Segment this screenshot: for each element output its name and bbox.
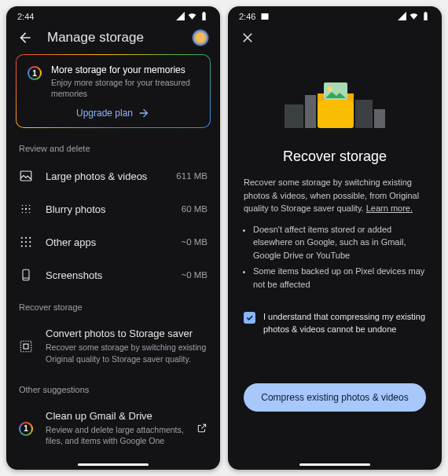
recover-illustration: [228, 71, 442, 134]
signal-icon: [175, 11, 185, 21]
recover-storage-screen: 2:46 Recover storage Recover some storag…: [228, 6, 442, 470]
bullet-item: Doesn't affect items stored or added els…: [253, 223, 426, 262]
item-value: 60 MB: [182, 204, 207, 214]
promo-title: More storage for your memories: [51, 64, 199, 75]
learn-more-link[interactable]: Learn more.: [366, 203, 413, 213]
item-label: Screenshots: [46, 269, 168, 281]
svg-point-6: [29, 208, 31, 210]
svg-point-12: [29, 237, 31, 239]
status-time: 2:44: [17, 12, 34, 21]
svg-point-13: [21, 241, 23, 243]
compress-icon: [19, 339, 33, 353]
compress-button-label: Compress existing photos & videos: [261, 392, 408, 403]
bullet-item: Some items backed up on Pixel devices ma…: [253, 265, 426, 291]
svg-point-4: [22, 208, 24, 210]
item-value: ~0 MB: [181, 237, 207, 247]
status-icons: [397, 11, 431, 21]
svg-rect-19: [23, 270, 29, 280]
svg-point-7: [22, 212, 24, 214]
item-convert-storage-saver[interactable]: Convert photos to Storage saver Recover …: [6, 318, 220, 373]
item-value: 611 MB: [176, 171, 207, 181]
item-label: Large photos & videos: [46, 170, 163, 182]
consent-row[interactable]: I understand that compressing my existin…: [228, 294, 442, 336]
gesture-bar[interactable]: [299, 463, 370, 466]
svg-rect-25: [305, 95, 316, 128]
page-title: Manage storage: [47, 30, 178, 46]
svg-rect-27: [374, 109, 385, 128]
item-subtitle: Review and delete large attachments, fil…: [46, 424, 184, 446]
item-label: Convert photos to Storage saver: [46, 328, 207, 339]
section-recover-label: Recover storage: [6, 299, 220, 318]
recover-bullets: Doesn't affect items stored or added els…: [228, 215, 442, 291]
item-blurry-photos[interactable]: Blurry photos 60 MB: [6, 192, 220, 225]
item-other-apps[interactable]: Other apps ~0 MB: [6, 225, 220, 258]
svg-point-14: [25, 241, 27, 243]
close-icon[interactable]: [241, 31, 255, 45]
recover-title: Recover storage: [228, 148, 442, 165]
screenshot-icon: [19, 268, 33, 282]
google-one-icon: [28, 66, 42, 80]
status-bar: 2:46: [228, 6, 442, 23]
item-label: Blurry photos: [46, 203, 169, 215]
item-cleanup-gmail-drive[interactable]: Clean up Gmail & Drive Review and delete…: [6, 401, 220, 456]
upgrade-plan-link[interactable]: Upgrade plan: [28, 107, 199, 119]
arrow-right-icon: [138, 107, 150, 119]
consent-label: I understand that compressing my existin…: [263, 311, 426, 336]
promo-subtitle: Enjoy more storage for your treasured me…: [51, 77, 199, 99]
item-label: Other apps: [46, 236, 168, 248]
item-value: ~0 MB: [181, 270, 207, 280]
apps-icon: [19, 235, 33, 249]
svg-point-3: [29, 205, 31, 207]
item-large-photos[interactable]: Large photos & videos 611 MB: [6, 159, 220, 192]
gesture-bar[interactable]: [78, 463, 149, 466]
section-review-label: Review and delete: [6, 141, 220, 159]
compress-button[interactable]: Compress existing photos & videos: [244, 383, 426, 412]
item-label: Clean up Gmail & Drive: [46, 410, 184, 422]
svg-point-18: [29, 245, 31, 247]
svg-point-2: [25, 205, 27, 207]
svg-point-8: [25, 212, 27, 214]
svg-point-5: [25, 208, 27, 210]
status-bar: 2:44: [6, 6, 220, 23]
battery-icon: [420, 11, 431, 21]
svg-point-16: [21, 245, 23, 247]
google-one-icon: [19, 422, 33, 436]
upgrade-label: Upgrade plan: [76, 108, 133, 119]
signal-icon: [397, 11, 407, 21]
avatar[interactable]: [192, 29, 209, 46]
svg-rect-23: [262, 13, 269, 20]
svg-point-10: [21, 237, 23, 239]
wifi-icon: [187, 11, 197, 21]
image-icon: [19, 169, 33, 183]
section-other-label: Other suggestions: [6, 382, 220, 401]
app-bar: Manage storage: [6, 23, 220, 54]
svg-rect-21: [20, 341, 31, 352]
consent-checkbox[interactable]: [244, 312, 255, 324]
svg-point-15: [29, 241, 31, 243]
wifi-icon: [409, 11, 419, 21]
svg-point-1: [22, 205, 24, 207]
battery-icon: [199, 11, 209, 21]
recover-description: Recover some storage by switching existi…: [228, 176, 442, 215]
item-subtitle: Recover some storage by switching existi…: [46, 342, 207, 364]
svg-rect-22: [24, 344, 28, 349]
svg-point-11: [25, 237, 27, 239]
svg-point-17: [25, 245, 27, 247]
open-external-icon: [196, 423, 207, 434]
svg-rect-0: [20, 171, 31, 181]
blur-icon: [19, 202, 33, 216]
status-time: 2:46: [239, 12, 255, 21]
promo-card: More storage for your memories Enjoy mor…: [16, 54, 211, 128]
manage-storage-screen: 2:44 Manage storage More storage for you…: [6, 6, 220, 470]
svg-rect-26: [355, 100, 373, 128]
svg-point-9: [29, 212, 31, 214]
status-icons: [175, 11, 209, 21]
back-icon[interactable]: [17, 30, 33, 46]
gallery-notification-icon: [260, 12, 270, 21]
svg-point-30: [328, 86, 332, 91]
item-screenshots[interactable]: Screenshots ~0 MB: [6, 258, 220, 291]
svg-rect-24: [285, 104, 303, 128]
